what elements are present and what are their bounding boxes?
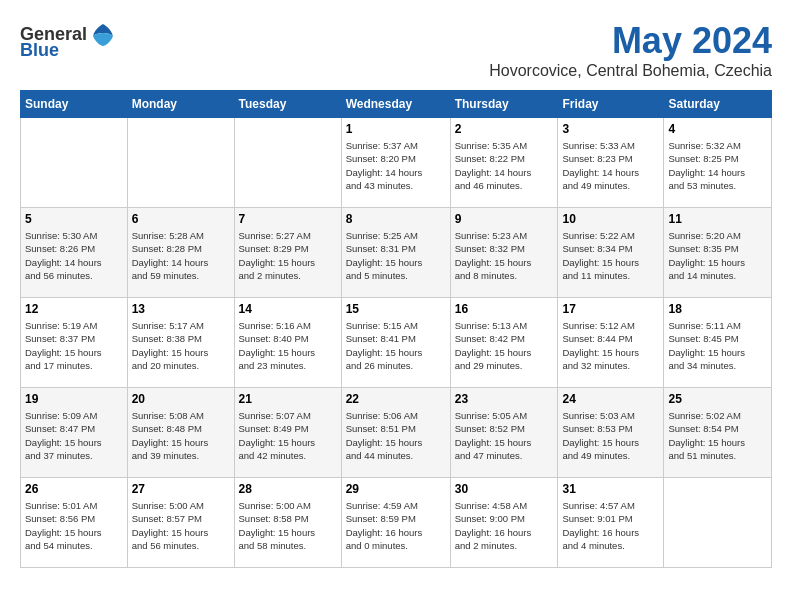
day-number: 17 (562, 302, 659, 316)
day-number: 11 (668, 212, 767, 226)
calendar-cell: 15Sunrise: 5:15 AM Sunset: 8:41 PM Dayli… (341, 298, 450, 388)
day-number: 12 (25, 302, 123, 316)
day-number: 20 (132, 392, 230, 406)
location-title: Hovorcovice, Central Bohemia, Czechia (489, 62, 772, 80)
calendar-cell: 4Sunrise: 5:32 AM Sunset: 8:25 PM Daylig… (664, 118, 772, 208)
day-number: 2 (455, 122, 554, 136)
day-info: Sunrise: 5:06 AM Sunset: 8:51 PM Dayligh… (346, 409, 446, 462)
calendar-cell (664, 478, 772, 568)
calendar-cell (234, 118, 341, 208)
calendar-cell (127, 118, 234, 208)
day-number: 25 (668, 392, 767, 406)
calendar-cell: 30Sunrise: 4:58 AM Sunset: 9:00 PM Dayli… (450, 478, 558, 568)
day-info: Sunrise: 5:05 AM Sunset: 8:52 PM Dayligh… (455, 409, 554, 462)
day-number: 29 (346, 482, 446, 496)
day-info: Sunrise: 4:59 AM Sunset: 8:59 PM Dayligh… (346, 499, 446, 552)
day-info: Sunrise: 5:19 AM Sunset: 8:37 PM Dayligh… (25, 319, 123, 372)
day-info: Sunrise: 5:28 AM Sunset: 8:28 PM Dayligh… (132, 229, 230, 282)
calendar-cell: 7Sunrise: 5:27 AM Sunset: 8:29 PM Daylig… (234, 208, 341, 298)
calendar-cell: 27Sunrise: 5:00 AM Sunset: 8:57 PM Dayli… (127, 478, 234, 568)
day-number: 9 (455, 212, 554, 226)
calendar-cell: 5Sunrise: 5:30 AM Sunset: 8:26 PM Daylig… (21, 208, 128, 298)
calendar-cell: 20Sunrise: 5:08 AM Sunset: 8:48 PM Dayli… (127, 388, 234, 478)
day-number: 26 (25, 482, 123, 496)
calendar-cell: 6Sunrise: 5:28 AM Sunset: 8:28 PM Daylig… (127, 208, 234, 298)
day-info: Sunrise: 5:00 AM Sunset: 8:57 PM Dayligh… (132, 499, 230, 552)
day-info: Sunrise: 5:25 AM Sunset: 8:31 PM Dayligh… (346, 229, 446, 282)
calendar-week-row: 19Sunrise: 5:09 AM Sunset: 8:47 PM Dayli… (21, 388, 772, 478)
calendar-cell: 11Sunrise: 5:20 AM Sunset: 8:35 PM Dayli… (664, 208, 772, 298)
day-info: Sunrise: 5:17 AM Sunset: 8:38 PM Dayligh… (132, 319, 230, 372)
calendar-cell: 9Sunrise: 5:23 AM Sunset: 8:32 PM Daylig… (450, 208, 558, 298)
day-info: Sunrise: 5:35 AM Sunset: 8:22 PM Dayligh… (455, 139, 554, 192)
day-info: Sunrise: 4:58 AM Sunset: 9:00 PM Dayligh… (455, 499, 554, 552)
day-info: Sunrise: 5:13 AM Sunset: 8:42 PM Dayligh… (455, 319, 554, 372)
weekday-header: Sunday (21, 91, 128, 118)
page-header: General Blue May 2024 Hovorcovice, Centr… (20, 20, 772, 80)
day-info: Sunrise: 5:32 AM Sunset: 8:25 PM Dayligh… (668, 139, 767, 192)
logo-blue: Blue (20, 40, 59, 61)
calendar-cell: 29Sunrise: 4:59 AM Sunset: 8:59 PM Dayli… (341, 478, 450, 568)
calendar-week-row: 5Sunrise: 5:30 AM Sunset: 8:26 PM Daylig… (21, 208, 772, 298)
day-info: Sunrise: 5:07 AM Sunset: 8:49 PM Dayligh… (239, 409, 337, 462)
day-info: Sunrise: 5:30 AM Sunset: 8:26 PM Dayligh… (25, 229, 123, 282)
day-number: 16 (455, 302, 554, 316)
day-info: Sunrise: 5:12 AM Sunset: 8:44 PM Dayligh… (562, 319, 659, 372)
day-info: Sunrise: 5:02 AM Sunset: 8:54 PM Dayligh… (668, 409, 767, 462)
calendar-cell: 3Sunrise: 5:33 AM Sunset: 8:23 PM Daylig… (558, 118, 664, 208)
calendar-cell: 12Sunrise: 5:19 AM Sunset: 8:37 PM Dayli… (21, 298, 128, 388)
calendar-cell: 16Sunrise: 5:13 AM Sunset: 8:42 PM Dayli… (450, 298, 558, 388)
calendar-cell: 26Sunrise: 5:01 AM Sunset: 8:56 PM Dayli… (21, 478, 128, 568)
day-info: Sunrise: 5:27 AM Sunset: 8:29 PM Dayligh… (239, 229, 337, 282)
day-number: 27 (132, 482, 230, 496)
day-number: 15 (346, 302, 446, 316)
day-info: Sunrise: 5:22 AM Sunset: 8:34 PM Dayligh… (562, 229, 659, 282)
calendar-cell: 8Sunrise: 5:25 AM Sunset: 8:31 PM Daylig… (341, 208, 450, 298)
calendar-cell (21, 118, 128, 208)
day-info: Sunrise: 5:09 AM Sunset: 8:47 PM Dayligh… (25, 409, 123, 462)
weekday-header: Friday (558, 91, 664, 118)
weekday-header: Tuesday (234, 91, 341, 118)
day-number: 23 (455, 392, 554, 406)
day-number: 4 (668, 122, 767, 136)
calendar-cell: 31Sunrise: 4:57 AM Sunset: 9:01 PM Dayli… (558, 478, 664, 568)
day-info: Sunrise: 5:23 AM Sunset: 8:32 PM Dayligh… (455, 229, 554, 282)
month-title: May 2024 (489, 20, 772, 62)
day-number: 3 (562, 122, 659, 136)
calendar-week-row: 1Sunrise: 5:37 AM Sunset: 8:20 PM Daylig… (21, 118, 772, 208)
day-number: 8 (346, 212, 446, 226)
calendar-cell: 18Sunrise: 5:11 AM Sunset: 8:45 PM Dayli… (664, 298, 772, 388)
day-number: 31 (562, 482, 659, 496)
calendar-cell: 2Sunrise: 5:35 AM Sunset: 8:22 PM Daylig… (450, 118, 558, 208)
calendar-cell: 28Sunrise: 5:00 AM Sunset: 8:58 PM Dayli… (234, 478, 341, 568)
calendar-cell: 1Sunrise: 5:37 AM Sunset: 8:20 PM Daylig… (341, 118, 450, 208)
day-number: 19 (25, 392, 123, 406)
calendar-cell: 21Sunrise: 5:07 AM Sunset: 8:49 PM Dayli… (234, 388, 341, 478)
day-info: Sunrise: 5:01 AM Sunset: 8:56 PM Dayligh… (25, 499, 123, 552)
calendar-cell: 10Sunrise: 5:22 AM Sunset: 8:34 PM Dayli… (558, 208, 664, 298)
calendar-cell: 22Sunrise: 5:06 AM Sunset: 8:51 PM Dayli… (341, 388, 450, 478)
weekday-header: Wednesday (341, 91, 450, 118)
day-number: 1 (346, 122, 446, 136)
day-number: 18 (668, 302, 767, 316)
calendar-cell: 23Sunrise: 5:05 AM Sunset: 8:52 PM Dayli… (450, 388, 558, 478)
weekday-header: Monday (127, 91, 234, 118)
day-info: Sunrise: 4:57 AM Sunset: 9:01 PM Dayligh… (562, 499, 659, 552)
logo-icon (89, 20, 117, 48)
day-number: 21 (239, 392, 337, 406)
calendar-week-row: 26Sunrise: 5:01 AM Sunset: 8:56 PM Dayli… (21, 478, 772, 568)
calendar-table: SundayMondayTuesdayWednesdayThursdayFrid… (20, 90, 772, 568)
day-number: 13 (132, 302, 230, 316)
day-info: Sunrise: 5:37 AM Sunset: 8:20 PM Dayligh… (346, 139, 446, 192)
calendar-week-row: 12Sunrise: 5:19 AM Sunset: 8:37 PM Dayli… (21, 298, 772, 388)
weekday-header: Saturday (664, 91, 772, 118)
day-info: Sunrise: 5:11 AM Sunset: 8:45 PM Dayligh… (668, 319, 767, 372)
calendar-cell: 24Sunrise: 5:03 AM Sunset: 8:53 PM Dayli… (558, 388, 664, 478)
calendar-cell: 14Sunrise: 5:16 AM Sunset: 8:40 PM Dayli… (234, 298, 341, 388)
day-number: 30 (455, 482, 554, 496)
day-number: 22 (346, 392, 446, 406)
day-number: 24 (562, 392, 659, 406)
day-number: 7 (239, 212, 337, 226)
header-row: SundayMondayTuesdayWednesdayThursdayFrid… (21, 91, 772, 118)
day-number: 6 (132, 212, 230, 226)
